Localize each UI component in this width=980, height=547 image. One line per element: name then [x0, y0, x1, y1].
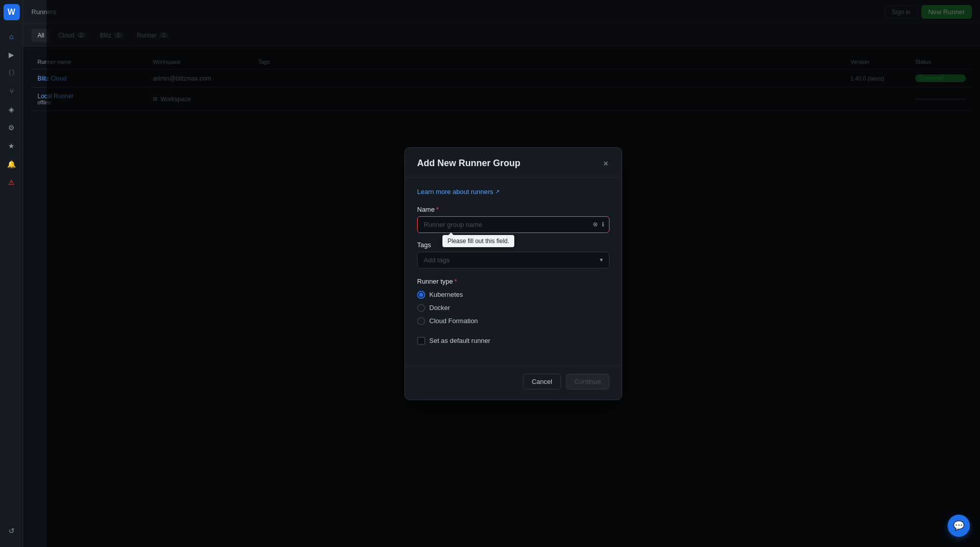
sidebar-item-settings[interactable]: ⚙	[4, 120, 20, 136]
modal-title: Add New Runner Group	[417, 158, 520, 169]
input-icons: ⊗ ℹ	[592, 220, 605, 229]
runner-type-required-star: *	[455, 278, 457, 285]
radio-docker[interactable]: Docker	[417, 301, 609, 315]
sidebar-item-star[interactable]: ★	[4, 138, 20, 154]
modal-body: Learn more about runners ↗ Name * ⊗ ℹ	[405, 178, 622, 355]
modal-close-button[interactable]: ×	[602, 158, 609, 169]
input-info-icon[interactable]: ℹ	[601, 220, 605, 229]
radio-kubernetes-circle	[417, 291, 425, 299]
sidebar-item-deploy[interactable]: ◈	[4, 101, 20, 118]
tags-dropdown[interactable]: Add tags ▾	[417, 252, 609, 268]
learn-more-link[interactable]: Learn more about runners ↗	[417, 188, 609, 196]
chevron-down-icon: ▾	[600, 256, 603, 263]
modal-overlay: Add New Runner Group × Learn more about …	[47, 0, 980, 547]
cancel-button[interactable]: Cancel	[523, 374, 560, 389]
sidebar-item-runners[interactable]: ▶	[4, 47, 20, 63]
runner-type-label: Runner type *	[417, 278, 609, 285]
sidebar-item-git[interactable]: ⑂	[4, 83, 20, 99]
radio-docker-circle	[417, 304, 425, 312]
chat-widget[interactable]: 💬	[948, 515, 970, 537]
sidebar-bottom: ↺	[4, 523, 20, 543]
sidebar-item-refresh[interactable]: ↺	[4, 523, 20, 539]
input-clear-icon[interactable]: ⊗	[592, 220, 599, 229]
sidebar-item-bell[interactable]: 🔔	[4, 156, 20, 172]
default-runner-checkbox[interactable]	[417, 337, 425, 345]
sidebar-item-code[interactable]: 〈〉	[4, 65, 20, 81]
modal-dialog: Add New Runner Group × Learn more about …	[404, 147, 622, 400]
modal-footer: Cancel Continue	[405, 365, 622, 400]
main-content: Runners Sign in New Runner All Cloud 2 B…	[23, 0, 980, 547]
external-link-icon: ↗	[495, 188, 500, 195]
continue-button[interactable]: Continue	[566, 374, 609, 389]
radio-cloud-formation[interactable]: Cloud Formation	[417, 315, 609, 328]
name-field-group: Name * ⊗ ℹ Please fill out this field.	[417, 206, 609, 233]
name-label: Name *	[417, 206, 609, 213]
sidebar-item-home[interactable]: ⌂	[4, 28, 20, 45]
sidebar-item-alert[interactable]: ⚠	[4, 174, 20, 190]
radio-cloud-formation-circle	[417, 317, 425, 325]
sidebar-logo[interactable]: W	[4, 4, 20, 20]
runner-type-field-group: Runner type * Kubernetes Docker Cloud Fo…	[417, 278, 609, 328]
runner-group-name-input[interactable]	[417, 216, 609, 233]
default-runner-checkbox-group[interactable]: Set as default runner	[417, 337, 609, 345]
chat-icon: 💬	[953, 520, 964, 531]
validation-tooltip: Please fill out this field.	[442, 235, 514, 247]
radio-kubernetes[interactable]: Kubernetes	[417, 288, 609, 301]
modal-header: Add New Runner Group ×	[405, 148, 622, 178]
sidebar: W ⌂ ▶ 〈〉 ⑂ ◈ ⚙ ★ 🔔 ⚠ ↺	[0, 0, 23, 547]
name-required-star: *	[436, 206, 439, 213]
name-input-wrapper: ⊗ ℹ Please fill out this field.	[417, 216, 609, 233]
